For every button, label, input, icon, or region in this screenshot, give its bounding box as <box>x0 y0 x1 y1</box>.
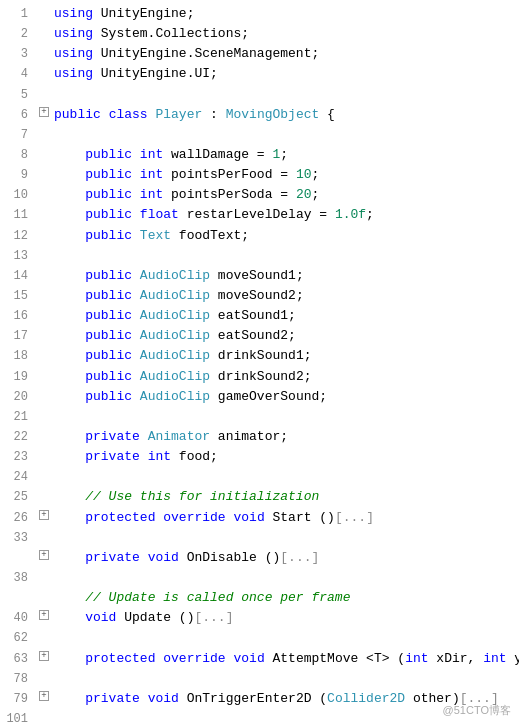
line-content: using UnityEngine; <box>52 4 519 24</box>
code-line: 24 <box>0 467 519 487</box>
line-content: using UnityEngine.UI; <box>52 64 519 84</box>
line-content: protected override void Start ()[...] <box>52 508 519 528</box>
line-gutter <box>36 24 52 26</box>
line-gutter <box>36 185 52 187</box>
line-number: 63 <box>0 649 36 669</box>
watermark: @51CTO博客 <box>443 702 511 719</box>
line-gutter <box>36 487 52 489</box>
code-line: 40+ void Update ()[...] <box>0 608 519 628</box>
line-number: 23 <box>0 447 36 467</box>
line-number: 26 <box>0 508 36 528</box>
line-number: 78 <box>0 669 36 689</box>
line-gutter <box>36 326 52 328</box>
code-line: 20 public AudioClip gameOverSound; <box>0 387 519 407</box>
line-number: 20 <box>0 387 36 407</box>
line-gutter <box>36 165 52 167</box>
code-line: 101 <box>0 709 519 727</box>
line-number: 2 <box>0 24 36 44</box>
line-content: private int food; <box>52 447 519 467</box>
line-content: using System.Collections; <box>52 24 519 44</box>
code-line: 1using UnityEngine; <box>0 4 519 24</box>
code-line: 12 public Text foodText; <box>0 226 519 246</box>
line-content: public int pointsPerFood = 10; <box>52 165 519 185</box>
line-number: 5 <box>0 85 36 105</box>
code-line: 25 // Use this for initialization <box>0 487 519 507</box>
line-number: 7 <box>0 125 36 145</box>
code-line: 17 public AudioClip eatSound2; <box>0 326 519 346</box>
line-gutter <box>36 85 52 87</box>
line-number: 38 <box>0 568 36 588</box>
line-gutter <box>36 4 52 6</box>
line-gutter <box>36 306 52 308</box>
code-line: 79+ private void OnTriggerEnter2D (Colli… <box>0 689 519 709</box>
line-content: public class Player : MovingObject { <box>52 105 519 125</box>
line-number: 1 <box>0 4 36 24</box>
line-gutter[interactable]: + <box>36 105 52 117</box>
code-line: 13 <box>0 246 519 266</box>
line-gutter <box>36 367 52 369</box>
line-gutter <box>36 528 52 530</box>
line-content <box>52 407 519 427</box>
line-content: using UnityEngine.SceneManagement; <box>52 44 519 64</box>
line-gutter <box>36 346 52 348</box>
line-gutter[interactable]: + <box>36 649 52 661</box>
code-line: 7 <box>0 125 519 145</box>
line-content <box>52 528 519 548</box>
code-line: 78 <box>0 669 519 689</box>
line-content: public AudioClip gameOverSound; <box>52 387 519 407</box>
line-gutter[interactable]: + <box>36 548 52 560</box>
line-number: 79 <box>0 689 36 709</box>
line-gutter <box>36 44 52 46</box>
line-content <box>52 568 519 588</box>
line-number: 21 <box>0 407 36 427</box>
line-gutter[interactable]: + <box>36 508 52 520</box>
line-gutter <box>36 628 52 630</box>
line-content <box>52 669 519 689</box>
code-line: + private void OnDisable ()[...] <box>0 548 519 568</box>
line-content: public AudioClip eatSound2; <box>52 326 519 346</box>
line-content <box>52 246 519 266</box>
line-number <box>0 588 36 589</box>
line-gutter <box>36 246 52 248</box>
line-content: public AudioClip moveSound1; <box>52 266 519 286</box>
line-number: 3 <box>0 44 36 64</box>
code-line: 6+public class Player : MovingObject { <box>0 105 519 125</box>
code-line: 3using UnityEngine.SceneManagement; <box>0 44 519 64</box>
line-content: private Animator animator; <box>52 427 519 447</box>
line-gutter <box>36 125 52 127</box>
line-number: 101 <box>0 709 36 727</box>
line-number: 40 <box>0 608 36 628</box>
line-content <box>52 125 519 145</box>
code-line: 38 <box>0 568 519 588</box>
line-content: // Update is called once per frame <box>52 588 519 608</box>
line-number: 9 <box>0 165 36 185</box>
line-gutter[interactable]: + <box>36 608 52 620</box>
code-line: 23 private int food; <box>0 447 519 467</box>
code-line: 18 public AudioClip drinkSound1; <box>0 346 519 366</box>
line-gutter <box>36 64 52 66</box>
line-content: public AudioClip drinkSound1; <box>52 346 519 366</box>
line-content: void Update ()[...] <box>52 608 519 628</box>
code-line: 21 <box>0 407 519 427</box>
line-number: 11 <box>0 205 36 225</box>
line-gutter <box>36 266 52 268</box>
line-gutter <box>36 669 52 671</box>
line-content: public Text foodText; <box>52 226 519 246</box>
code-line: 16 public AudioClip eatSound1; <box>0 306 519 326</box>
line-number: 33 <box>0 528 36 548</box>
line-number: 4 <box>0 64 36 84</box>
line-content: public int wallDamage = 1; <box>52 145 519 165</box>
line-gutter <box>36 588 52 590</box>
line-number: 8 <box>0 145 36 165</box>
line-number: 62 <box>0 628 36 648</box>
line-content <box>52 85 519 105</box>
line-gutter <box>36 226 52 228</box>
code-line: 2using System.Collections; <box>0 24 519 44</box>
code-line: 19 public AudioClip drinkSound2; <box>0 367 519 387</box>
code-line: 63+ protected override void AttemptMove … <box>0 649 519 669</box>
line-content: public AudioClip drinkSound2; <box>52 367 519 387</box>
code-line: 22 private Animator animator; <box>0 427 519 447</box>
line-gutter <box>36 447 52 449</box>
line-gutter <box>36 145 52 147</box>
line-gutter[interactable]: + <box>36 689 52 701</box>
